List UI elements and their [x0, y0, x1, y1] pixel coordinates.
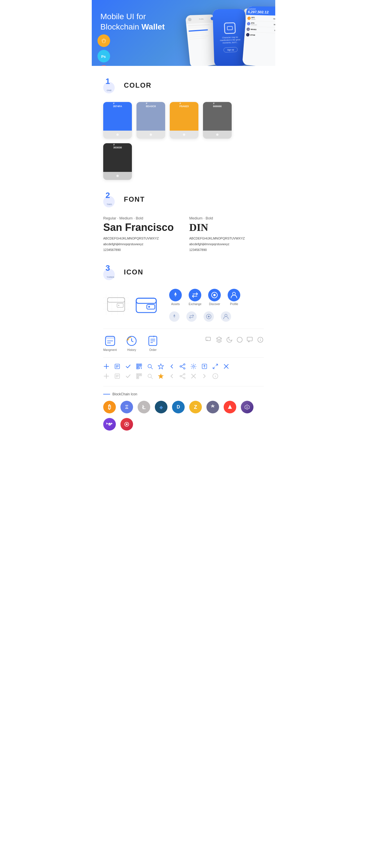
ark-logo — [224, 401, 236, 413]
swatch-blue: #3574FA — [103, 102, 132, 138]
phone-screen-mid: Character may be manifested in the great… — [213, 9, 248, 66]
dash-logo: D — [172, 401, 185, 413]
font-sf-lower: abcdefghijklmnopqrstuvwxyz — [103, 242, 178, 247]
svg-rect-55 — [137, 364, 138, 366]
star-filled-icon — [158, 373, 164, 379]
svg-point-25 — [186, 311, 197, 322]
star-icon — [158, 363, 164, 370]
font-din-upper: ABCDEFGHIJKLMNOPQRSTUVWXYZ — [189, 236, 264, 242]
utility-icons-gray-row — [103, 373, 264, 379]
order-icon — [146, 335, 159, 347]
phones-area: Profile Character — [161, 3, 275, 66]
assets-label: Assets — [171, 303, 180, 306]
font-section-header: 2 TWO FONT — [103, 191, 264, 208]
svg-rect-57 — [137, 367, 138, 368]
font-sf-nums: 1234567890 — [103, 247, 178, 253]
unknown-logo-2 — [120, 418, 133, 431]
moon-icon — [226, 336, 233, 343]
svg-point-68 — [184, 368, 185, 369]
svg-line-69 — [181, 367, 184, 368]
management-icon — [104, 335, 116, 347]
profile-icon-item: Profile — [228, 289, 240, 306]
utility-icons-row — [103, 363, 264, 370]
bitcoin-logo: ₿ — [103, 401, 116, 413]
swatch-dark: #303030 — [103, 143, 132, 180]
info-gray-icon — [212, 373, 219, 379]
blockchain-line — [103, 394, 110, 395]
color-section-header: 1 ONE COLOR — [103, 78, 264, 93]
named-icons-top: Assets Exchange — [169, 289, 240, 306]
phone-mockup-right: myWallet 6,297,502.12 ₿ BTC Bitcoin 738.… — [242, 6, 275, 66]
history-icon-item: History — [125, 335, 138, 351]
svg-point-41 — [237, 337, 242, 342]
bottom-icons-group: Mangment History — [103, 335, 159, 351]
blockchain-label: BlockChain Icon — [103, 392, 264, 396]
plus-gray-icon — [103, 373, 110, 379]
color-swatches: #3574FA #8DA0C8 #F5A623 — [103, 102, 264, 180]
svg-point-94 — [180, 376, 181, 377]
matic-logo — [103, 418, 116, 431]
svg-point-102 — [215, 375, 216, 376]
crypto-logos-row: ₿ Ξ Ł ◆ D Z — [103, 401, 264, 431]
svg-rect-89 — [137, 377, 138, 378]
search-gray-icon — [147, 373, 153, 379]
named-icons-gray — [169, 311, 240, 322]
divider-1 — [103, 329, 264, 329]
svg-point-71 — [193, 366, 194, 367]
main-content: 1 ONE COLOR #3574FA #8DA0C8 #F5A62 — [92, 78, 275, 431]
named-icons-cols: Assets Exchange — [169, 289, 240, 322]
icon-section-header: 3 THREE ICON — [103, 264, 264, 280]
profile-gray-icon — [221, 311, 231, 322]
svg-line-64 — [151, 368, 152, 369]
x-gray-icon — [190, 373, 197, 379]
info-icon — [257, 336, 264, 343]
ethereum-logo: Ξ — [120, 401, 133, 413]
font-sf-upper: ABCDEFGHIJKLMNOPQRSTUVWXYZ — [103, 236, 178, 242]
font-title: FONT — [124, 195, 145, 204]
svg-line-74 — [216, 364, 218, 366]
icon-wallet-filled — [135, 296, 158, 315]
section-num-label-3: THREE — [107, 276, 114, 278]
circle-icon — [236, 336, 243, 343]
svg-rect-32 — [106, 336, 115, 339]
svg-point-45 — [260, 339, 261, 339]
qr-icon — [136, 363, 142, 370]
font-din-name: DIN — [189, 221, 264, 234]
svg-marker-92 — [158, 374, 164, 379]
discover-gray-icon — [204, 311, 214, 322]
chevron-left-icon — [169, 363, 175, 370]
section-number-1: 1 ONE — [103, 78, 119, 93]
svg-rect-40 — [206, 337, 210, 341]
svg-marker-104 — [246, 406, 248, 409]
section-number-2: 2 TWO — [103, 191, 119, 208]
message-icon — [247, 336, 253, 343]
exchange-gray-icon — [186, 311, 197, 322]
unknown-logo-1: ◆ — [155, 401, 167, 413]
discover-icon-item: Discover — [208, 289, 221, 306]
zcash-logo: Z — [189, 401, 202, 413]
management-label: Mangment — [103, 348, 117, 351]
svg-rect-14 — [136, 298, 156, 303]
assets-icon — [169, 289, 182, 301]
expand-icon — [212, 363, 219, 370]
exchange-gray-icon-item — [186, 311, 197, 322]
layers-icon — [216, 336, 223, 343]
svg-rect-56 — [140, 364, 141, 366]
share-gray-icon — [179, 373, 186, 379]
chevron-left-gray-icon — [169, 373, 175, 379]
section-num-text-2: 2 — [106, 191, 110, 199]
svg-marker-65 — [158, 364, 164, 369]
icon-grid-outline — [103, 295, 129, 316]
share-icon — [179, 363, 186, 370]
icon-row-1: Assets Exchange — [103, 289, 264, 322]
profile-label: Profile — [230, 303, 238, 306]
svg-point-95 — [184, 378, 185, 379]
assets-gray-icon — [169, 311, 179, 322]
icon-row-2: Mangment History — [103, 335, 264, 351]
svg-rect-11 — [117, 303, 123, 307]
crystal-logo-icon — [244, 404, 250, 410]
list-gray-icon — [114, 373, 120, 379]
hero-badges: Ps 60+ Screens — [97, 34, 110, 66]
svg-rect-13 — [136, 298, 156, 313]
order-label: Order — [149, 348, 157, 351]
